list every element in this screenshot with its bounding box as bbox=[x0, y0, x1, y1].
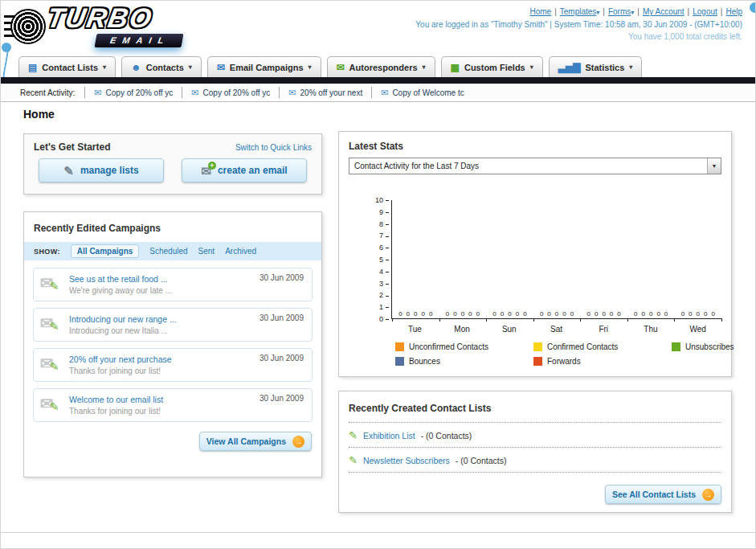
recent-activity-bar: Recent Activity: ✉Copy of 20% off yc✉Cop… bbox=[1, 84, 755, 102]
email-edit-icon: ✉✎ bbox=[40, 393, 64, 417]
y-axis-tick-label: 3 bbox=[379, 280, 389, 288]
legend-item-bounces: Bounces bbox=[395, 357, 533, 366]
campaign-filter-archived[interactable]: Archived bbox=[225, 247, 256, 256]
nav-tab-label: Contact Lists bbox=[42, 63, 98, 72]
stats-period-select[interactable]: Contact Activity for the Last 7 Days ▼ bbox=[349, 158, 721, 174]
contact-activity-chart: 00000000000000000000000000000000000 bbox=[391, 200, 721, 319]
create-email-button[interactable]: ✉+ create an email bbox=[182, 158, 307, 182]
campaign-list-item[interactable]: ✉✎See us at the retail food ...We're giv… bbox=[33, 268, 313, 301]
logo-sub-text: EMAIL bbox=[95, 34, 184, 47]
bar-value: 0 bbox=[414, 310, 417, 318]
bar-value: 0 bbox=[704, 310, 707, 318]
email-edit-icon: ✉✎ bbox=[40, 353, 64, 377]
y-axis-tick-label: 8 bbox=[379, 220, 389, 228]
chart-legend: Unconfirmed ContactsConfirmed ContactsUn… bbox=[395, 342, 734, 366]
campaign-date: 30 Jun 2009 bbox=[259, 394, 304, 403]
recent-activity-item[interactable]: ✉Copy of Welcome tc bbox=[371, 87, 473, 98]
credits-info: You have 1,000 total credits left. bbox=[415, 31, 742, 43]
nav-tab-autoresponders[interactable]: ✉Autoresponders▾ bbox=[327, 56, 435, 77]
app-logo[interactable]: TURBO EMAIL bbox=[9, 4, 234, 51]
recent-activity-item[interactable]: ✉Copy of 20% off yc bbox=[182, 87, 279, 98]
arrow-right-icon: → bbox=[292, 436, 304, 448]
bar-value-labels: 00000 bbox=[627, 310, 675, 318]
recent-activity-items: ✉Copy of 20% off yc✉Copy of 20% off yc✉2… bbox=[84, 84, 472, 101]
campaign-list: ✉✎See us at the retail food ...We're giv… bbox=[24, 260, 321, 422]
statistics-icon: ▃▅▇ bbox=[558, 63, 581, 72]
campaign-subtitle: Thanks for joining our list! bbox=[69, 407, 305, 416]
bar-value: 0 bbox=[595, 310, 598, 318]
recent-activity-text: Copy of 20% off yc bbox=[106, 88, 174, 97]
nav-tab-contacts[interactable]: ☻Contacts▾ bbox=[121, 56, 202, 77]
contact-list-link[interactable]: Exhibition List bbox=[363, 431, 415, 440]
chevron-down-icon: ▼ bbox=[707, 158, 721, 174]
contact-list-link[interactable]: Newsletter Subscribers bbox=[363, 456, 450, 465]
legend-swatch bbox=[533, 342, 542, 351]
campaign-filter-all-campaigns[interactable]: All Campaigns bbox=[71, 244, 139, 258]
manage-lists-button[interactable]: ✎ manage lists bbox=[39, 158, 164, 182]
nav-tab-label: Custom Fields bbox=[464, 63, 525, 72]
email-edit-icon: ✉✎ bbox=[40, 272, 64, 297]
chart-category-group: 00000 bbox=[674, 200, 721, 318]
recent-campaigns-title: Recently Edited Campaigns bbox=[24, 212, 321, 242]
nav-tab-email-campaigns[interactable]: ✉Email Campaigns▾ bbox=[207, 56, 321, 77]
x-axis-tick bbox=[392, 318, 393, 322]
legend-swatch bbox=[672, 342, 680, 351]
recent-activity-text: Copy of Welcome tc bbox=[392, 88, 464, 97]
y-axis-tick-label: 4 bbox=[379, 268, 389, 276]
pencil-icon: ✎ bbox=[349, 455, 358, 465]
header-link-my-account[interactable]: My Account bbox=[643, 7, 684, 16]
y-axis-tick-label: 5 bbox=[379, 256, 389, 264]
campaign-list-item[interactable]: ✉✎Introducing our new range ...Introduci… bbox=[33, 308, 313, 342]
bar-value: 0 bbox=[602, 310, 605, 318]
view-all-campaigns-button[interactable]: View All Campaigns → bbox=[199, 432, 312, 451]
x-axis-label: Sat bbox=[533, 325, 580, 334]
bar-value: 0 bbox=[516, 310, 519, 318]
bar-value: 0 bbox=[492, 310, 496, 318]
bar-value: 0 bbox=[508, 310, 511, 318]
x-axis-tick bbox=[486, 318, 487, 322]
header-link-templates[interactable]: Templates ▾ bbox=[560, 7, 600, 16]
campaign-list-item[interactable]: ✉✎20% off your next purchaseThanks for j… bbox=[33, 348, 313, 382]
campaign-list-item[interactable]: ✉✎Welcome to our email listThanks for jo… bbox=[33, 388, 313, 422]
campaign-filter-sent[interactable]: Sent bbox=[198, 247, 215, 256]
contact-list-item[interactable]: ✎Exhibition List- (0 Contacts) bbox=[349, 423, 721, 448]
y-axis-tick-label: 2 bbox=[379, 291, 389, 299]
bar-value: 0 bbox=[634, 310, 637, 318]
recent-activity-item[interactable]: ✉20% off your next bbox=[279, 87, 371, 98]
header-link-logout[interactable]: Logout bbox=[693, 7, 717, 16]
arrow-right-icon: → bbox=[702, 489, 714, 501]
nav-tab-label: Autoresponders bbox=[349, 63, 418, 72]
bar-value: 0 bbox=[711, 310, 714, 318]
contact-list-item[interactable]: ✎Newsletter Subscribers- (0 Contacts) bbox=[349, 448, 721, 473]
header-link-forms[interactable]: Forms ▾ bbox=[608, 7, 634, 16]
nav-tab-custom-fields[interactable]: ▦Custom Fields▾ bbox=[441, 56, 543, 77]
latest-stats-panel: Latest Stats Contact Activity for the La… bbox=[338, 131, 732, 377]
contact-list-count: - (0 Contacts) bbox=[421, 431, 472, 440]
header-links: Home|Templates ▾|Forms ▾|My Account|Logo… bbox=[415, 6, 742, 18]
nav-tab-statistics[interactable]: ▃▅▇Statistics▾ bbox=[549, 56, 643, 77]
nav-tab-contact-lists[interactable]: ▤Contact Lists▾ bbox=[18, 56, 116, 77]
recent-activity-label: Recent Activity: bbox=[20, 88, 75, 97]
x-axis-tick bbox=[439, 318, 440, 322]
bar-value: 0 bbox=[689, 310, 692, 318]
chart-y-axis: 109876543210 bbox=[360, 200, 389, 319]
bar-value: 0 bbox=[398, 310, 402, 318]
see-all-contact-lists-label: See All Contact Lists bbox=[612, 490, 696, 499]
campaign-filter-scheduled[interactable]: Scheduled bbox=[149, 247, 187, 256]
bar-value: 0 bbox=[610, 310, 613, 318]
recent-activity-item[interactable]: ✉Copy of 20% off yc bbox=[84, 87, 182, 98]
bar-value: 0 bbox=[429, 310, 432, 318]
chevron-down-icon: ▾ bbox=[423, 64, 426, 71]
login-info: You are logged in as "Timothy Smith" | S… bbox=[415, 18, 742, 31]
header-link-help[interactable]: Help bbox=[725, 7, 742, 16]
x-axis-label: Sun bbox=[485, 325, 533, 334]
see-all-contact-lists-button[interactable]: See All Contact Lists → bbox=[605, 485, 721, 504]
switch-quick-links-link[interactable]: Switch to Quick Links bbox=[235, 143, 312, 152]
header-link-home[interactable]: Home bbox=[529, 7, 551, 16]
chart-category-group: 00000 bbox=[627, 200, 675, 318]
chart-category-group: 00000 bbox=[486, 200, 533, 318]
bar-value: 0 bbox=[446, 310, 449, 318]
bar-value: 0 bbox=[586, 310, 590, 318]
bar-value-labels: 00000 bbox=[486, 310, 533, 318]
recent-contact-lists-panel: Recently Created Contact Lists ✎Exhibiti… bbox=[338, 391, 732, 513]
